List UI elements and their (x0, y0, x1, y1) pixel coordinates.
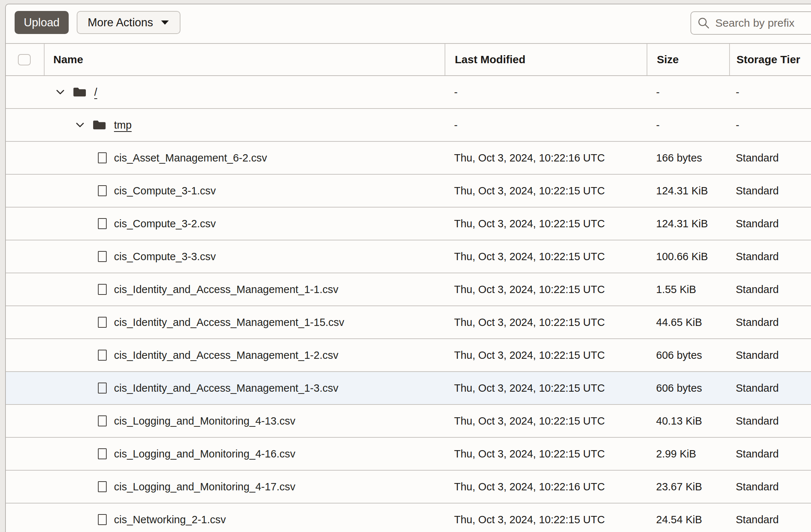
cell-size: 100.66 KiB (647, 240, 729, 273)
table-row-file[interactable]: cis_Compute_3-1.csv Thu, Oct 3, 2024, 10… (6, 175, 811, 208)
file-name-cell: cis_Asset_Management_6-2.csv (44, 152, 267, 164)
table-row-file[interactable]: cis_Logging_and_Monitoring_4-13.csv Thu,… (6, 405, 811, 438)
object-name: cis_Identity_and_Access_Management_1-1.c… (114, 284, 338, 296)
cell-storage-tier: Standard (729, 438, 811, 470)
row-gutter (6, 208, 44, 240)
row-checkbox[interactable] (98, 152, 107, 163)
cell-storage-tier: Standard (729, 405, 811, 437)
table-row-file[interactable]: cis_Identity_and_Access_Management_1-3.c… (6, 372, 811, 405)
search-box (690, 11, 811, 35)
row-checkbox[interactable] (98, 317, 107, 328)
folder-name-link[interactable]: / (94, 86, 97, 98)
object-name: cis_Networking_2-1.csv (114, 514, 226, 526)
chevron-down-icon[interactable] (55, 87, 66, 98)
cell-last-modified: Thu, Oct 3, 2024, 10:22:15 UTC (445, 273, 647, 305)
row-checkbox[interactable] (98, 185, 107, 196)
row-checkbox[interactable] (98, 415, 107, 426)
select-all-checkbox[interactable] (18, 54, 31, 65)
cell-last-modified: Thu, Oct 3, 2024, 10:22:15 UTC (445, 372, 647, 404)
file-name-cell: cis_Identity_and_Access_Management_1-3.c… (44, 382, 338, 394)
cell-size: 44.65 KiB (647, 306, 729, 338)
search-icon (697, 16, 710, 30)
file-name-cell: cis_Compute_3-1.csv (44, 185, 216, 197)
column-header-size: Size (647, 44, 729, 75)
more-actions-button[interactable]: More Actions (77, 11, 180, 34)
object-name: cis_Compute_3-3.csv (114, 251, 216, 263)
cell-size: 40.13 KiB (647, 405, 729, 437)
object-name: cis_Logging_and_Monitoring_4-17.csv (114, 481, 296, 493)
cell-size: 23.67 KiB (647, 471, 729, 503)
cell-storage-tier: Standard (729, 175, 811, 207)
column-header-last-modified-label: Last Modified (455, 53, 525, 66)
row-gutter (6, 339, 44, 371)
cell-storage-tier: Standard (729, 503, 811, 532)
column-header-name: Name (44, 44, 445, 75)
cell-size: 124.31 KiB (647, 175, 729, 207)
cell-storage-tier: Standard (729, 339, 811, 371)
row-checkbox[interactable] (98, 383, 107, 394)
row-checkbox[interactable] (98, 514, 107, 525)
table-row-file[interactable]: cis_Identity_and_Access_Management_1-15.… (6, 306, 811, 339)
table-row-file[interactable]: cis_Logging_and_Monitoring_4-17.csv Thu,… (6, 471, 811, 503)
object-name: cis_Logging_and_Monitoring_4-16.csv (114, 448, 296, 460)
column-header-name-label: Name (53, 53, 83, 66)
row-checkbox[interactable] (98, 284, 107, 295)
cell-last-modified: Thu, Oct 3, 2024, 10:22:15 UTC (445, 306, 647, 338)
row-checkbox[interactable] (98, 218, 107, 229)
cell-last-modified: Thu, Oct 3, 2024, 10:22:15 UTC (445, 405, 647, 437)
object-name: cis_Identity_and_Access_Management_1-15.… (114, 316, 344, 328)
upload-button[interactable]: Upload (15, 11, 69, 34)
object-name: cis_Compute_3-1.csv (114, 185, 216, 197)
cell-size: 166 bytes (647, 142, 729, 174)
table-row-file[interactable]: cis_Identity_and_Access_Management_1-1.c… (6, 273, 811, 306)
table-row-folder[interactable]: tmp - - - (6, 109, 811, 142)
object-browser-panel: Upload More Actions Name Last Modified S… (5, 4, 811, 532)
cell-storage-tier: Standard (729, 273, 811, 305)
folder-icon (73, 86, 87, 98)
row-gutter (6, 405, 44, 437)
row-checkbox[interactable] (98, 448, 107, 459)
column-header-last-modified: Last Modified (445, 44, 647, 75)
row-gutter (6, 109, 44, 141)
cell-last-modified: Thu, Oct 3, 2024, 10:22:16 UTC (445, 142, 647, 174)
table-row-folder[interactable]: / - - - (6, 76, 811, 109)
cell-size: 124.31 KiB (647, 208, 729, 240)
cell-last-modified: Thu, Oct 3, 2024, 10:22:15 UTC (445, 339, 647, 371)
file-name-cell: cis_Identity_and_Access_Management_1-15.… (44, 316, 344, 328)
folder-name-cell: tmp (44, 119, 132, 131)
table-row-file[interactable]: cis_Asset_Management_6-2.csv Thu, Oct 3,… (6, 142, 811, 175)
column-header-size-label: Size (657, 53, 679, 66)
cell-size: 1.55 KiB (647, 273, 729, 305)
table-row-file[interactable]: cis_Networking_2-1.csv Thu, Oct 3, 2024,… (6, 503, 811, 532)
row-gutter (6, 438, 44, 470)
row-gutter (6, 503, 44, 532)
table-header: Name Last Modified Size Storage Tier (6, 43, 811, 76)
cell-size: 24.54 KiB (647, 503, 729, 532)
table-row-file[interactable]: cis_Compute_3-2.csv Thu, Oct 3, 2024, 10… (6, 208, 811, 240)
folder-icon (92, 119, 106, 131)
row-gutter (6, 306, 44, 338)
cell-last-modified: Thu, Oct 3, 2024, 10:22:16 UTC (445, 471, 647, 503)
row-checkbox[interactable] (98, 481, 107, 492)
table-row-file[interactable]: cis_Logging_and_Monitoring_4-16.csv Thu,… (6, 438, 811, 471)
cell-last-modified: Thu, Oct 3, 2024, 10:22:15 UTC (445, 503, 647, 532)
table-row-file[interactable]: cis_Identity_and_Access_Management_1-2.c… (6, 339, 811, 372)
file-name-cell: cis_Logging_and_Monitoring_4-16.csv (44, 448, 296, 460)
row-checkbox[interactable] (98, 251, 107, 262)
cell-last-modified: - (445, 76, 647, 108)
table-body: / - - - tmp - - - (6, 76, 811, 532)
search-input[interactable] (715, 16, 811, 30)
row-gutter (6, 175, 44, 207)
row-gutter (6, 372, 44, 404)
row-checkbox[interactable] (98, 350, 107, 361)
table-row-file[interactable]: cis_Compute_3-3.csv Thu, Oct 3, 2024, 10… (6, 240, 811, 273)
toolbar: Upload More Actions (6, 4, 811, 43)
column-header-storage-tier-label: Storage Tier (736, 53, 800, 66)
object-name: cis_Logging_and_Monitoring_4-13.csv (114, 415, 296, 427)
chevron-down-icon[interactable] (75, 119, 85, 130)
cell-size: 606 bytes (647, 339, 729, 371)
file-name-cell: cis_Compute_3-3.csv (44, 251, 216, 263)
file-name-cell: cis_Compute_3-2.csv (44, 218, 216, 230)
folder-name-link[interactable]: tmp (114, 119, 132, 131)
cell-storage-tier: Standard (729, 471, 811, 503)
